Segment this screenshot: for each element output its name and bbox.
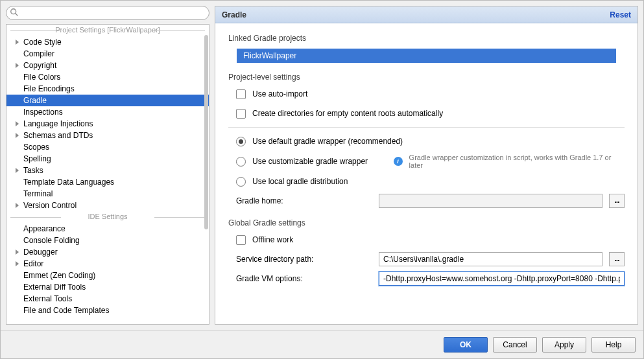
global-settings-label: Global Gradle settings — [228, 218, 625, 227]
auto-import-checkbox[interactable] — [236, 89, 246, 99]
tree-item[interactable]: Emmet (Zen Coding) — [6, 270, 209, 281]
create-dirs-label: Create directories for empty content roo… — [252, 109, 443, 118]
linked-projects-label: Linked Gradle projects — [228, 34, 625, 43]
tree-item[interactable]: Language Injections — [6, 118, 209, 130]
tree-item[interactable]: External Diff Tools — [6, 281, 209, 293]
service-dir-browse-button[interactable]: ... — [609, 252, 625, 266]
tree-item[interactable]: Debugger — [6, 246, 209, 258]
default-wrapper-radio[interactable] — [236, 137, 246, 146]
tree-item[interactable]: Terminal — [6, 188, 209, 200]
tree-item[interactable]: Code Style — [6, 36, 209, 48]
tree-item[interactable]: Scopes — [6, 141, 209, 153]
tree-item[interactable]: Gradle — [6, 95, 209, 106]
auto-import-label: Use auto-import — [252, 89, 307, 98]
vm-options-label: Gradle VM options: — [236, 274, 372, 283]
tree-item[interactable]: Tasks — [6, 165, 209, 176]
search-input[interactable] — [6, 6, 209, 20]
info-icon: i — [394, 157, 403, 166]
settings-tree[interactable]: Project Settings [FlickrWallpaper]Code S… — [6, 25, 209, 324]
svg-point-0 — [11, 9, 16, 14]
ok-button[interactable]: OK — [444, 337, 488, 353]
tree-section-header: Project Settings [FlickrWallpaper] — [6, 25, 209, 36]
scrollbar-thumb[interactable] — [204, 35, 208, 229]
tree-item[interactable]: Spelling — [6, 153, 209, 165]
tree-item[interactable]: External Tools — [6, 293, 209, 305]
tree-item[interactable]: Appearance — [6, 223, 209, 235]
gradle-home-browse-button[interactable]: ... — [609, 194, 625, 208]
tree-item[interactable]: Inspections — [6, 106, 209, 118]
cancel-button[interactable]: Cancel — [493, 337, 537, 353]
tree-item[interactable]: File Encodings — [6, 83, 209, 95]
offline-work-checkbox[interactable] — [236, 235, 246, 245]
svg-line-1 — [16, 14, 18, 16]
custom-wrapper-radio[interactable] — [236, 157, 246, 167]
help-button[interactable]: Help — [591, 337, 636, 353]
reset-link[interactable]: Reset — [610, 10, 631, 19]
service-dir-label: Service directory path: — [236, 255, 372, 264]
tree-item[interactable]: Template Data Languages — [6, 176, 209, 188]
tree-item[interactable]: Editor — [6, 258, 209, 270]
linked-project-item[interactable]: FlickrWallpaper — [237, 49, 624, 63]
tree-item[interactable]: Compiler — [6, 48, 209, 60]
project-level-label: Project-level settings — [228, 73, 625, 82]
tree-item[interactable]: Console Folding — [6, 235, 209, 246]
gradle-home-label: Gradle home: — [236, 196, 372, 205]
detail-panel: Gradle Reset Linked Gradle projects Flic… — [215, 6, 638, 325]
custom-wrapper-hint: Gradle wrapper customization in script, … — [409, 154, 625, 169]
custom-wrapper-label: Use customizable gradle wrapper — [252, 157, 387, 166]
default-wrapper-label: Use default gradle wrapper (recommended) — [252, 137, 403, 146]
service-dir-input[interactable] — [379, 252, 602, 266]
apply-button[interactable]: Apply — [542, 337, 586, 353]
tree-item[interactable]: Version Control — [6, 200, 209, 211]
tree-item[interactable]: Schemas and DTDs — [6, 130, 209, 141]
tree-item[interactable]: Copyright — [6, 60, 209, 71]
vm-options-input[interactable] — [379, 272, 625, 286]
local-dist-radio[interactable] — [236, 177, 246, 187]
separator — [228, 127, 625, 128]
offline-work-label: Offline work — [252, 235, 293, 244]
tree-item[interactable]: File and Code Templates — [6, 305, 209, 316]
settings-tree-panel: Project Settings [FlickrWallpaper]Code S… — [6, 6, 209, 325]
gradle-home-input[interactable] — [379, 194, 602, 208]
create-dirs-checkbox[interactable] — [236, 109, 246, 119]
local-dist-label: Use local gradle distribution — [252, 177, 348, 186]
tree-item[interactable]: File Colors — [6, 71, 209, 83]
tree-section-header: IDE Settings — [6, 211, 209, 223]
dialog-button-bar: OK Cancel Apply Help — [1, 330, 643, 358]
search-icon — [10, 8, 19, 17]
linked-projects-list[interactable]: FlickrWallpaper — [236, 48, 625, 64]
page-title: Gradle — [222, 10, 246, 19]
